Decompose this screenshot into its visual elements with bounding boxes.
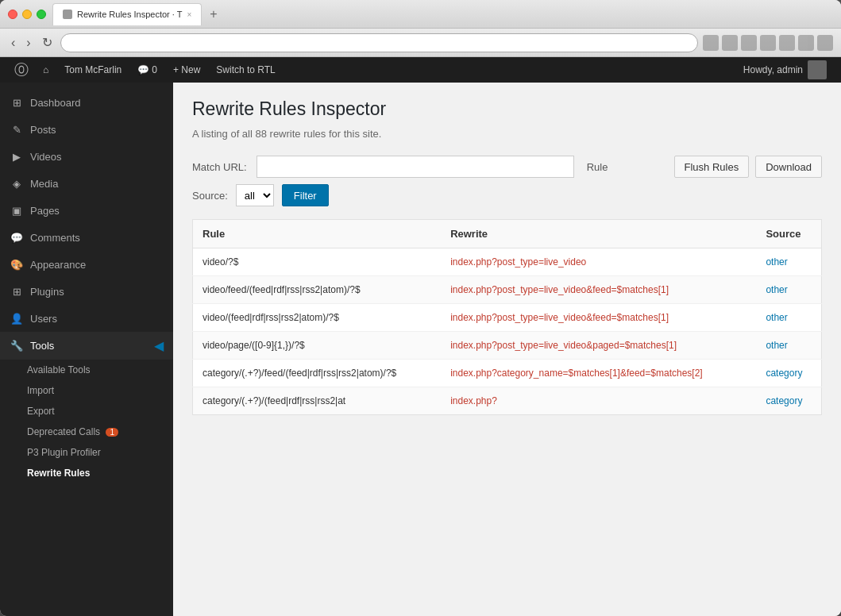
- rewrite-cell: index.php?: [441, 387, 756, 415]
- deprecated-calls-badge: 1: [106, 428, 118, 437]
- appearance-icon: 🎨: [10, 257, 24, 271]
- sidebar-sub-export[interactable]: Export: [0, 401, 173, 422]
- sidebar-sub-available-tools[interactable]: Available Tools: [0, 360, 173, 380]
- sidebar: ⊞ Dashboard ✎ Posts ▶ Videos ◈ Media ▣: [0, 83, 173, 616]
- rewrite-cell: index.php?post_type=live_video&feed=$mat…: [441, 304, 756, 332]
- source-filter-row: Source: all Filter: [192, 184, 822, 206]
- admin-bar-right: Howdy, admin: [737, 60, 833, 79]
- comment-count: 0: [152, 64, 157, 75]
- menu-icon[interactable]: [817, 35, 833, 51]
- extension-icon-1: [703, 35, 719, 51]
- sidebar-item-label: Comments: [30, 232, 80, 244]
- users-icon: 👤: [10, 311, 24, 325]
- match-url-input[interactable]: [257, 156, 574, 178]
- sidebar-item-label: Dashboard: [30, 97, 81, 109]
- page-subtitle: A listing of all 88 rewrite rules for th…: [192, 128, 822, 140]
- reload-button[interactable]: ↻: [39, 33, 56, 52]
- forward-button[interactable]: ›: [23, 34, 33, 52]
- tools-arrow-icon: ◀: [154, 338, 164, 353]
- browser-titlebar: Rewrite Rules Inspector · T × +: [0, 0, 841, 29]
- sidebar-item-label: Media: [30, 178, 58, 190]
- table-row: video/page/([0-9]{1,})/?$index.php?post_…: [193, 332, 822, 360]
- extension-icon-3: [741, 35, 757, 51]
- sidebar-item-tools[interactable]: 🔧 Tools ◀: [0, 332, 173, 360]
- sidebar-item-plugins[interactable]: ⊞ Plugins: [0, 278, 173, 305]
- comments-icon: 💬: [10, 230, 24, 244]
- sidebar-item-pages[interactable]: ▣ Pages: [0, 197, 173, 224]
- rewrite-cell: index.php?post_type=live_video&paged=$ma…: [441, 332, 756, 360]
- back-button[interactable]: ‹: [8, 34, 18, 52]
- flush-rules-button[interactable]: Flush Rules: [674, 156, 750, 178]
- table-row: category/(.+?)/(feed|rdf|rss|rss2|atinde…: [193, 387, 822, 415]
- howdy-text: Howdy, admin: [743, 64, 803, 75]
- admin-bar-home[interactable]: ⌂: [35, 57, 56, 83]
- admin-avatar: [808, 60, 827, 79]
- rule-cell: category/(.+?)/(feed|rdf|rss|rss2|at: [193, 387, 442, 415]
- rule-label: Rule: [587, 161, 608, 173]
- sidebar-item-media[interactable]: ◈ Media: [0, 170, 173, 197]
- wp-admin: ⓪ ⌂ Tom McFarlin 💬 0 + New Switch to RTL…: [0, 57, 841, 616]
- sidebar-item-label: Plugins: [30, 286, 64, 298]
- source-select[interactable]: all: [236, 184, 274, 206]
- sidebar-sub-import[interactable]: Import: [0, 380, 173, 401]
- close-button[interactable]: [8, 10, 17, 19]
- sidebar-item-dashboard[interactable]: ⊞ Dashboard: [0, 89, 173, 116]
- table-row: category/(.+?)/feed/(feed|rdf|rss|rss2|a…: [193, 360, 822, 387]
- rule-cell: video/page/([0-9]{1,})/?$: [193, 332, 442, 360]
- col-rewrite: Rewrite: [441, 220, 756, 248]
- sidebar-item-users[interactable]: 👤 Users: [0, 305, 173, 332]
- dashboard-icon: ⊞: [10, 95, 24, 110]
- admin-bar-comments[interactable]: 💬 0: [129, 57, 165, 83]
- page-title: Rewrite Rules Inspector: [192, 98, 822, 120]
- sidebar-item-label: Videos: [30, 151, 62, 163]
- admin-bar-switch-rtl[interactable]: Switch to RTL: [208, 57, 283, 83]
- source-cell: category: [756, 360, 821, 387]
- filter-row-url: Match URL: Rule Flush Rules Download: [192, 156, 822, 178]
- toolbar-icons: [703, 35, 833, 51]
- maximize-button[interactable]: [37, 10, 46, 19]
- minimize-button[interactable]: [22, 10, 32, 19]
- source-label: Source:: [192, 190, 228, 202]
- table-row: video/feed/(feed|rdf|rss|rss2|atom)/?$in…: [193, 276, 822, 304]
- sidebar-item-posts[interactable]: ✎ Posts: [0, 116, 173, 143]
- new-tab-button[interactable]: +: [206, 7, 220, 21]
- sidebar-item-videos[interactable]: ▶ Videos: [0, 143, 173, 170]
- filter-button[interactable]: Filter: [282, 184, 329, 206]
- download-button[interactable]: Download: [755, 156, 822, 178]
- rules-table: Rule Rewrite Source video/?$index.php?po…: [192, 219, 822, 415]
- table-row: video/?$index.php?post_type=live_videoot…: [193, 248, 822, 276]
- sidebar-item-label: Pages: [30, 205, 60, 217]
- admin-bar-new[interactable]: + New: [165, 57, 208, 83]
- sidebar-item-comments[interactable]: 💬 Comments: [0, 224, 173, 251]
- comment-icon: 💬: [137, 64, 149, 75]
- source-cell: other: [756, 248, 821, 276]
- tools-icon: 🔧: [10, 339, 24, 353]
- wp-logo[interactable]: ⓪: [8, 60, 35, 79]
- admin-bar-site[interactable]: Tom McFarlin: [56, 57, 129, 83]
- rewrite-cell: index.php?post_type=live_video: [441, 248, 756, 276]
- media-icon: ◈: [10, 176, 24, 191]
- col-rule: Rule: [193, 220, 442, 248]
- rule-cell: video/?$: [193, 248, 442, 276]
- main-content: Rewrite Rules Inspector A listing of all…: [173, 83, 841, 616]
- pages-icon: ▣: [10, 203, 24, 218]
- sidebar-item-appearance[interactable]: 🎨 Appearance: [0, 251, 173, 278]
- match-url-label: Match URL:: [192, 161, 247, 173]
- extension-icon-6: [798, 35, 814, 51]
- sidebar-sub-rewrite-rules[interactable]: Rewrite Rules: [0, 463, 173, 483]
- active-tab[interactable]: Rewrite Rules Inspector · T ×: [52, 3, 202, 25]
- sidebar-sub-p3-profiler[interactable]: P3 Plugin Profiler: [0, 442, 173, 463]
- tools-submenu: Available Tools Import Export Deprecated…: [0, 360, 173, 483]
- browser-toolbar: ‹ › ↻ dev.wp.com/wp-admin/tools.php?page…: [0, 29, 841, 57]
- videos-icon: ▶: [10, 149, 24, 164]
- source-cell: other: [756, 304, 821, 332]
- plugins-icon: ⊞: [10, 284, 24, 298]
- extension-icon-5: [779, 35, 795, 51]
- tab-close-icon[interactable]: ×: [187, 10, 191, 19]
- wp-main: ⊞ Dashboard ✎ Posts ▶ Videos ◈ Media ▣: [0, 83, 841, 616]
- extension-icon-4: [760, 35, 776, 51]
- rule-cell: video/feed/(feed|rdf|rss|rss2|atom)/?$: [193, 276, 442, 304]
- sidebar-sub-deprecated-calls[interactable]: Deprecated Calls 1: [0, 422, 173, 442]
- col-source: Source: [756, 220, 821, 248]
- address-bar[interactable]: dev.wp.com/wp-admin/tools.php?page=rewri…: [60, 33, 698, 52]
